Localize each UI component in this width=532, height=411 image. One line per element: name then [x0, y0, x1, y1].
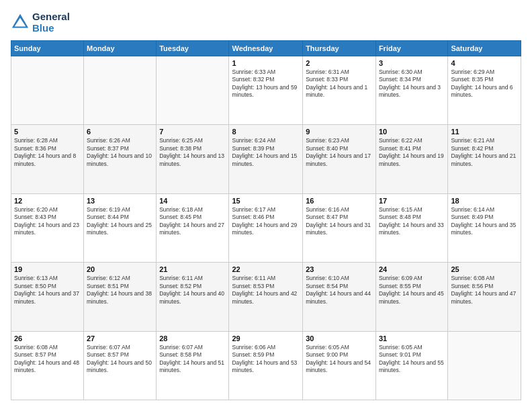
calendar-cell: 18Sunrise: 6:14 AMSunset: 8:49 PMDayligh… — [448, 193, 521, 262]
calendar-cell: 20Sunrise: 6:12 AMSunset: 8:51 PMDayligh… — [84, 263, 157, 331]
col-header-thursday: Thursday — [303, 41, 376, 56]
day-number: 6 — [87, 128, 153, 136]
col-header-wednesday: Wednesday — [229, 41, 303, 56]
day-info: Sunrise: 6:25 AMSunset: 8:38 PMDaylight:… — [159, 137, 226, 168]
day-number: 3 — [379, 59, 445, 67]
logo-icon — [11, 13, 30, 32]
calendar-cell: 9Sunrise: 6:23 AMSunset: 8:40 PMDaylight… — [303, 125, 376, 193]
day-info: Sunrise: 6:20 AMSunset: 8:43 PMDaylight:… — [14, 206, 81, 237]
calendar-cell — [11, 56, 84, 125]
calendar-cell: 8Sunrise: 6:24 AMSunset: 8:39 PMDaylight… — [229, 125, 303, 193]
day-info: Sunrise: 6:05 AMSunset: 9:01 PMDaylight:… — [379, 344, 445, 375]
day-info: Sunrise: 6:12 AMSunset: 8:51 PMDaylight:… — [87, 275, 153, 306]
day-info: Sunrise: 6:16 AMSunset: 8:47 PMDaylight:… — [306, 206, 373, 237]
day-number: 5 — [14, 128, 81, 136]
calendar-cell: 28Sunrise: 6:07 AMSunset: 8:58 PMDayligh… — [157, 331, 229, 400]
calendar-cell: 5Sunrise: 6:28 AMSunset: 8:36 PMDaylight… — [11, 125, 84, 193]
week-row-3: 12Sunrise: 6:20 AMSunset: 8:43 PMDayligh… — [11, 193, 521, 262]
calendar-cell: 24Sunrise: 6:09 AMSunset: 8:55 PMDayligh… — [375, 263, 447, 331]
day-number: 10 — [379, 128, 445, 136]
day-number: 29 — [232, 334, 300, 342]
day-info: Sunrise: 6:30 AMSunset: 8:34 PMDaylight:… — [379, 68, 445, 99]
week-row-2: 5Sunrise: 6:28 AMSunset: 8:36 PMDaylight… — [11, 125, 521, 193]
day-number: 9 — [306, 128, 373, 136]
day-number: 15 — [232, 197, 300, 205]
col-header-saturday: Saturday — [448, 41, 521, 56]
day-number: 1 — [232, 59, 300, 67]
calendar-cell: 1Sunrise: 6:33 AMSunset: 8:32 PMDaylight… — [229, 56, 303, 125]
calendar-cell: 25Sunrise: 6:08 AMSunset: 8:56 PMDayligh… — [448, 263, 521, 331]
day-number: 20 — [87, 265, 153, 273]
day-number: 26 — [14, 334, 81, 342]
day-number: 12 — [14, 197, 81, 205]
calendar-cell: 26Sunrise: 6:08 AMSunset: 8:57 PMDayligh… — [11, 331, 84, 400]
day-info: Sunrise: 6:15 AMSunset: 8:48 PMDaylight:… — [379, 206, 445, 237]
col-header-sunday: Sunday — [11, 41, 84, 56]
day-info: Sunrise: 6:21 AMSunset: 8:42 PMDaylight:… — [451, 137, 518, 168]
day-number: 25 — [451, 265, 518, 273]
day-number: 13 — [87, 197, 153, 205]
day-info: Sunrise: 6:05 AMSunset: 9:00 PMDaylight:… — [306, 344, 373, 375]
day-number: 22 — [232, 265, 300, 273]
day-info: Sunrise: 6:11 AMSunset: 8:53 PMDaylight:… — [232, 275, 300, 306]
col-header-monday: Monday — [84, 41, 157, 56]
calendar-cell: 7Sunrise: 6:25 AMSunset: 8:38 PMDaylight… — [157, 125, 229, 193]
calendar-table: SundayMondayTuesdayWednesdayThursdayFrid… — [11, 40, 521, 400]
day-number: 2 — [306, 59, 373, 67]
day-info: Sunrise: 6:08 AMSunset: 8:56 PMDaylight:… — [451, 275, 518, 306]
day-info: Sunrise: 6:19 AMSunset: 8:44 PMDaylight:… — [87, 206, 153, 237]
day-number: 30 — [306, 334, 373, 342]
day-info: Sunrise: 6:11 AMSunset: 8:52 PMDaylight:… — [159, 275, 226, 306]
day-number: 19 — [14, 265, 81, 273]
day-number: 7 — [159, 128, 226, 136]
day-info: Sunrise: 6:18 AMSunset: 8:45 PMDaylight:… — [159, 206, 226, 237]
col-header-tuesday: Tuesday — [157, 41, 229, 56]
week-row-4: 19Sunrise: 6:13 AMSunset: 8:50 PMDayligh… — [11, 263, 521, 331]
calendar-cell: 12Sunrise: 6:20 AMSunset: 8:43 PMDayligh… — [11, 193, 84, 262]
calendar-cell: 17Sunrise: 6:15 AMSunset: 8:48 PMDayligh… — [375, 193, 447, 262]
day-number: 11 — [451, 128, 518, 136]
day-number: 21 — [159, 265, 226, 273]
day-number: 24 — [379, 265, 445, 273]
calendar-cell: 23Sunrise: 6:10 AMSunset: 8:54 PMDayligh… — [303, 263, 376, 331]
calendar-cell: 3Sunrise: 6:30 AMSunset: 8:34 PMDaylight… — [375, 56, 447, 125]
day-number: 27 — [87, 334, 153, 342]
calendar-cell: 27Sunrise: 6:07 AMSunset: 8:57 PMDayligh… — [84, 331, 157, 400]
day-number: 18 — [451, 197, 518, 205]
calendar-cell: 16Sunrise: 6:16 AMSunset: 8:47 PMDayligh… — [303, 193, 376, 262]
header-row: SundayMondayTuesdayWednesdayThursdayFrid… — [11, 41, 521, 56]
calendar-cell: 15Sunrise: 6:17 AMSunset: 8:46 PMDayligh… — [229, 193, 303, 262]
calendar-cell — [84, 56, 157, 125]
calendar-cell — [448, 331, 521, 400]
calendar-cell: 21Sunrise: 6:11 AMSunset: 8:52 PMDayligh… — [157, 263, 229, 331]
day-number: 31 — [379, 334, 445, 342]
calendar-cell: 6Sunrise: 6:26 AMSunset: 8:37 PMDaylight… — [84, 125, 157, 193]
day-info: Sunrise: 6:07 AMSunset: 8:57 PMDaylight:… — [87, 344, 153, 375]
day-info: Sunrise: 6:29 AMSunset: 8:35 PMDaylight:… — [451, 68, 518, 99]
page: General Blue SundayMondayTuesdayWednesda… — [0, 0, 532, 411]
day-info: Sunrise: 6:22 AMSunset: 8:41 PMDaylight:… — [379, 137, 445, 168]
day-info: Sunrise: 6:13 AMSunset: 8:50 PMDaylight:… — [14, 275, 81, 306]
day-number: 8 — [232, 128, 300, 136]
day-number: 4 — [451, 59, 518, 67]
day-number: 28 — [159, 334, 226, 342]
day-info: Sunrise: 6:10 AMSunset: 8:54 PMDaylight:… — [306, 275, 373, 306]
logo: General Blue — [11, 11, 70, 34]
calendar-cell — [157, 56, 229, 125]
day-info: Sunrise: 6:17 AMSunset: 8:46 PMDaylight:… — [232, 206, 300, 237]
logo-text: General Blue — [32, 11, 70, 34]
calendar-cell: 4Sunrise: 6:29 AMSunset: 8:35 PMDaylight… — [448, 56, 521, 125]
day-number: 23 — [306, 265, 373, 273]
day-info: Sunrise: 6:23 AMSunset: 8:40 PMDaylight:… — [306, 137, 373, 168]
day-info: Sunrise: 6:14 AMSunset: 8:49 PMDaylight:… — [451, 206, 518, 237]
day-info: Sunrise: 6:28 AMSunset: 8:36 PMDaylight:… — [14, 137, 81, 168]
calendar-cell: 11Sunrise: 6:21 AMSunset: 8:42 PMDayligh… — [448, 125, 521, 193]
day-number: 17 — [379, 197, 445, 205]
day-info: Sunrise: 6:08 AMSunset: 8:57 PMDaylight:… — [14, 344, 81, 375]
calendar-cell: 29Sunrise: 6:06 AMSunset: 8:59 PMDayligh… — [229, 331, 303, 400]
day-info: Sunrise: 6:09 AMSunset: 8:55 PMDaylight:… — [379, 275, 445, 306]
day-info: Sunrise: 6:26 AMSunset: 8:37 PMDaylight:… — [87, 137, 153, 168]
calendar-cell: 14Sunrise: 6:18 AMSunset: 8:45 PMDayligh… — [157, 193, 229, 262]
day-info: Sunrise: 6:33 AMSunset: 8:32 PMDaylight:… — [232, 68, 300, 99]
col-header-friday: Friday — [375, 41, 447, 56]
